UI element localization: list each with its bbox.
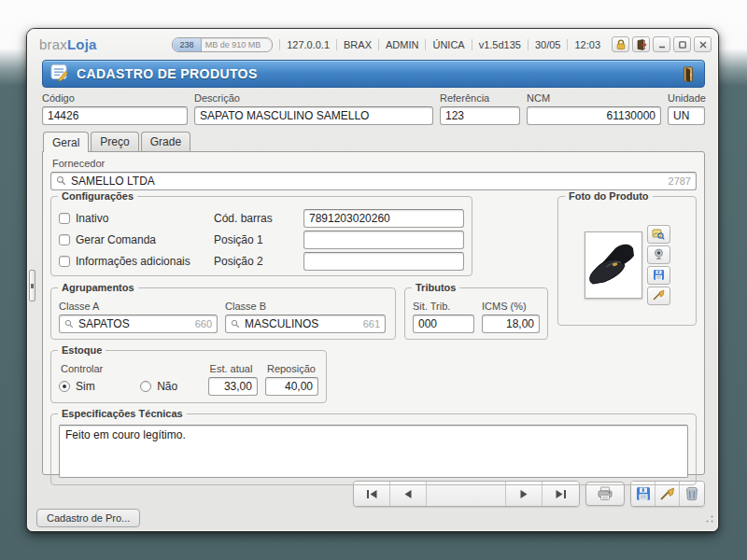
product-header-fields: Código Descrição Referência NCM Unidade: [42, 92, 705, 125]
unidade-field: Unidade: [668, 92, 705, 125]
nav-next-icon: [519, 489, 529, 499]
classe-b-lookup-input[interactable]: MASCULINOS 661: [225, 315, 386, 333]
memory-usage-indicator: 238 MB de 910 MB: [172, 37, 273, 52]
resize-grip[interactable]: [706, 510, 713, 526]
search-icon: [231, 315, 240, 332]
photo-save-button[interactable]: [647, 266, 670, 285]
maximize-icon: [678, 40, 687, 49]
icms-input[interactable]: [482, 315, 540, 333]
save-photo-icon: [653, 269, 665, 281]
photo-search-button[interactable]: [647, 225, 670, 244]
posicao2-input[interactable]: [303, 252, 464, 271]
foto-produto-groupbox: Foto do Produto: [557, 196, 697, 326]
close-button[interactable]: [694, 36, 712, 52]
memory-usage-fill: 238: [173, 38, 202, 51]
agrupamentos-title: Agrupamentos: [58, 282, 138, 293]
clear-photo-icon: [652, 289, 665, 301]
radio-selected-icon[interactable]: [59, 381, 70, 392]
photo-webcam-button[interactable]: [647, 245, 670, 264]
inativo-checkbox[interactable]: Inativo: [59, 212, 214, 225]
right-column: Foto do Produto: [557, 196, 697, 340]
form-edit-icon: [49, 63, 69, 86]
close-form-button[interactable]: [680, 65, 698, 83]
classe-a-value: SAPATOS: [78, 317, 190, 330]
controlar-nao-radio[interactable]: Não: [140, 377, 200, 396]
checkbox-icon[interactable]: [59, 234, 70, 245]
memory-used-label: 238: [179, 40, 193, 49]
est-atual-label: Est. atual: [210, 363, 258, 374]
divider: [425, 39, 426, 50]
session-info: 127.0.0.1 BRAX ADMIN ÚNICA v1.5d135 30/0…: [279, 39, 600, 50]
classe-a-lookup-input[interactable]: SAPATOS 660: [59, 315, 218, 333]
configuracoes-groupbox: Configurações Inativo Cód. barras Gerar …: [50, 196, 472, 276]
maximize-button[interactable]: [673, 36, 691, 52]
fornecedor-code: 2787: [669, 175, 691, 187]
divider: [279, 39, 280, 50]
ncm-label: NCM: [527, 92, 661, 104]
unidade-input[interactable]: [668, 106, 705, 125]
nav-prev-icon: [403, 489, 413, 499]
codigo-label: Código: [42, 92, 188, 104]
foto-produto-title: Foto do Produto: [565, 190, 653, 202]
descricao-input[interactable]: [194, 106, 433, 125]
nao-radio-label: Não: [157, 380, 177, 393]
estoque-title: Estoque: [58, 344, 106, 356]
window-edge-handle[interactable]: [29, 270, 35, 301]
controlar-label: Controlar: [61, 363, 133, 374]
checkbox-icon[interactable]: [59, 213, 70, 224]
lock-icon: [615, 39, 627, 50]
spacer-label: [142, 363, 200, 374]
ncm-input[interactable]: [527, 106, 661, 125]
informacoes-adicionais-checkbox-label: Informações adicionais: [76, 255, 190, 268]
logo-suffix: Loja: [67, 36, 97, 52]
estoque-groupbox: Estoque Controlar Sim Não Est. atual Rep…: [50, 350, 327, 403]
referencia-input[interactable]: [440, 106, 520, 125]
divider: [336, 39, 337, 50]
radio-unselected-icon[interactable]: [140, 381, 151, 392]
cod-barras-label: Cód. barras: [214, 212, 303, 225]
est-atual-input[interactable]: [208, 377, 258, 396]
referencia-label: Referência: [440, 92, 520, 104]
nav-last-icon: [555, 489, 567, 499]
logout-button[interactable]: [632, 36, 650, 52]
cod-barras-input[interactable]: [303, 209, 464, 228]
photo-clear-button[interactable]: [647, 287, 670, 305]
app-version: v1.5d135: [479, 39, 521, 50]
reposicao-input[interactable]: [265, 377, 318, 396]
codigo-field: Código: [42, 92, 188, 125]
nav-first-icon: [366, 489, 378, 499]
posicao2-label: Posição 2: [214, 255, 303, 268]
server-ip: 127.0.0.1: [287, 39, 330, 50]
current-date: 30/05: [535, 39, 561, 50]
tab-grade[interactable]: Grade: [141, 132, 190, 151]
classe-a-label: Classe A: [59, 301, 218, 312]
clear-icon: [659, 487, 675, 501]
controlar-sim-radio[interactable]: Sim: [59, 377, 133, 396]
minimize-button[interactable]: [653, 36, 670, 52]
tab-geral[interactable]: Geral: [43, 132, 89, 152]
gerar-comanda-checkbox[interactable]: Gerar Comanda: [59, 233, 214, 246]
taskbar-window-button[interactable]: Cadastro de Pro...: [36, 509, 140, 527]
ncm-field: NCM: [527, 92, 661, 125]
webcam-icon: [653, 248, 665, 260]
user-name: ADMIN: [386, 39, 418, 50]
especificacoes-groupbox: Especificações Técnicas Feito em couro l…: [50, 413, 697, 485]
divider: [567, 39, 568, 50]
posicao1-input[interactable]: [303, 231, 464, 249]
company-name: BRAX: [344, 39, 372, 50]
sit-trib-input[interactable]: [413, 315, 474, 333]
branch-name: ÚNICA: [432, 39, 464, 50]
codigo-input[interactable]: [42, 106, 188, 125]
fornecedor-lookup-input[interactable]: SAMELLO LTDA 2787: [50, 172, 697, 190]
logo-prefix: brax: [39, 36, 67, 52]
informacoes-adicionais-checkbox[interactable]: Informações adicionais: [59, 255, 214, 268]
configuracoes-title: Configurações: [58, 190, 137, 202]
tab-preco[interactable]: Preço: [91, 132, 138, 151]
print-icon: [597, 486, 613, 501]
lock-button[interactable]: [612, 36, 629, 52]
especificacoes-textarea[interactable]: Feito em couro legítimo.: [59, 425, 688, 478]
descricao-label: Descrição: [194, 92, 433, 104]
classe-b-code: 661: [363, 318, 380, 329]
checkbox-icon[interactable]: [59, 256, 70, 267]
current-time: 12:03: [574, 39, 600, 50]
